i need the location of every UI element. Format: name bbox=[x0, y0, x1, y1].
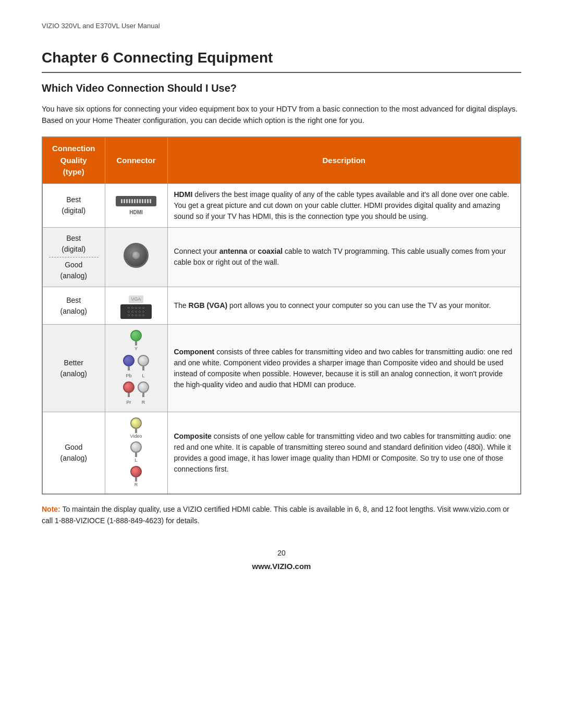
chapter-title: Chapter 6 Connecting Equipment bbox=[42, 47, 521, 73]
quality-cell-coax: Best(digital) Good(analog) bbox=[42, 227, 105, 287]
table-row: Best(digital) Good(analog) Connect your … bbox=[42, 227, 521, 287]
description-cell-coax: Connect your antenna or coaxial cable to… bbox=[167, 227, 521, 287]
dashed-divider bbox=[49, 257, 99, 257]
website: www.VIZIO.com bbox=[252, 562, 311, 571]
description-cell-vga: The RGB (VGA) port allows you to connect… bbox=[167, 287, 521, 325]
table-row: Best(digital) HDMI HDMI delivers the bes… bbox=[42, 183, 521, 227]
note-section: Note: To maintain the display quality, u… bbox=[42, 504, 521, 526]
col-header-connector: Connector bbox=[105, 137, 167, 183]
quality-cell-hdmi: Best(digital) bbox=[42, 183, 105, 227]
table-row: Better(analog) Y bbox=[42, 325, 521, 412]
note-body: To maintain the display quality, use a V… bbox=[42, 505, 509, 525]
col-header-description: Description bbox=[167, 137, 521, 183]
note-label: Note: bbox=[42, 505, 60, 513]
table-header-row: Connection Quality (type) Connector Desc… bbox=[42, 137, 521, 183]
coax-connector-icon bbox=[124, 243, 149, 268]
table-row: Good(analog) Video L bbox=[42, 412, 521, 494]
connection-table: Connection Quality (type) Connector Desc… bbox=[42, 137, 521, 495]
component-connector-icon: Y Pb L bbox=[112, 330, 161, 406]
page-header: VIZIO 320VL and E370VL User Manual bbox=[42, 21, 521, 31]
intro-text: You have six options for connecting your… bbox=[42, 103, 521, 127]
col-header-quality: Connection Quality (type) bbox=[42, 137, 105, 183]
description-cell-hdmi: HDMI delivers the best image quality of … bbox=[167, 183, 521, 227]
section-title: Which Video Connection Should I Use? bbox=[42, 80, 521, 96]
hdmi-connector-icon bbox=[116, 196, 156, 206]
page-footer: 20 www.VIZIO.com bbox=[42, 548, 521, 573]
coax-inner bbox=[132, 252, 140, 259]
quality-cell-component: Better(analog) bbox=[42, 325, 105, 412]
vga-connector-icon: VGA bbox=[120, 295, 152, 319]
composite-connector-icon: Video L R bbox=[112, 417, 161, 489]
connector-cell-hdmi: HDMI bbox=[105, 183, 167, 227]
description-cell-composite: Composite consists of one yellow cable f… bbox=[167, 412, 521, 494]
manual-title: VIZIO 320VL and E370VL User Manual bbox=[42, 22, 160, 30]
connector-cell-component: Y Pb L bbox=[105, 325, 167, 412]
hdmi-label: HDMI bbox=[112, 208, 161, 216]
quality-cell-composite: Good(analog) bbox=[42, 412, 105, 494]
connector-cell-vga: VGA bbox=[105, 287, 167, 325]
description-cell-component: Component consists of three cables for t… bbox=[167, 325, 521, 412]
connector-cell-composite: Video L R bbox=[105, 412, 167, 494]
table-row: Best(analog) VGA bbox=[42, 287, 521, 325]
page-number: 20 bbox=[42, 548, 521, 559]
quality-cell-vga: Best(analog) bbox=[42, 287, 105, 325]
connector-cell-coax bbox=[105, 227, 167, 287]
